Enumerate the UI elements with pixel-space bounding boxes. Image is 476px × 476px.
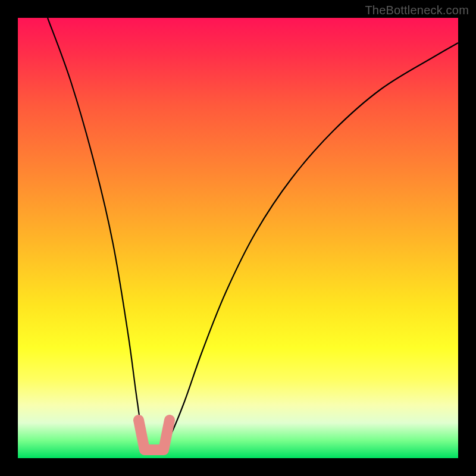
bottleneck-curve-line xyxy=(48,18,458,453)
bottleneck-curve-svg xyxy=(18,18,458,458)
optimal-range-band xyxy=(139,420,170,450)
chart-plot-area xyxy=(18,18,458,458)
watermark-text: TheBottleneck.com xyxy=(365,4,469,17)
